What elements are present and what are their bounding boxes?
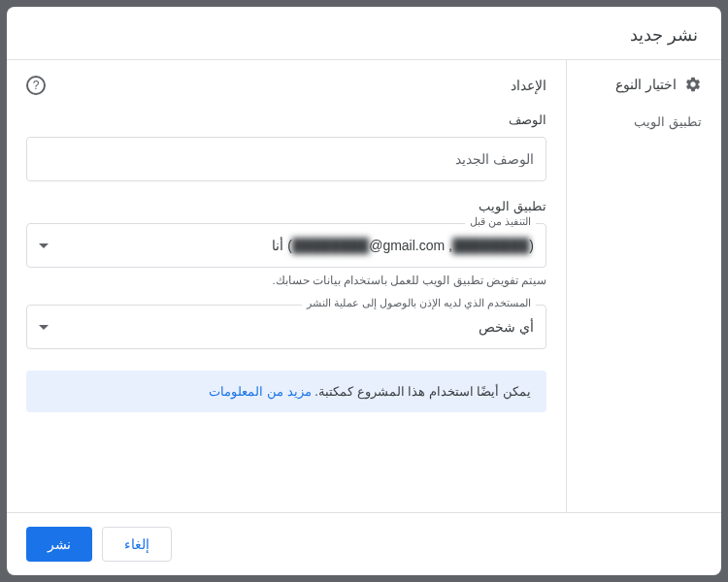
sidebar: اختيار النوع تطبيق الويب [566, 60, 721, 512]
access-section: المستخدم الذي لديه الإذن بالوصول إلى عمل… [26, 305, 546, 349]
chevron-down-icon [39, 243, 49, 248]
webapp-label: تطبيق الويب [26, 199, 546, 213]
webapp-section: تطبيق الويب التنفيذ من قبل أنا (████████… [26, 199, 546, 287]
dialog-footer: إلغاء نشر [7, 512, 721, 575]
cancel-button[interactable]: إلغاء [102, 527, 172, 562]
gear-icon [684, 76, 702, 93]
deploy-dialog: نشر جديد اختيار النوع تطبيق الويب الإعدا… [7, 7, 721, 575]
info-text: يمكن أيضًا استخدام هذا المشروع كمكتبة. [312, 384, 531, 399]
access-legend: المستخدم الذي لديه الإذن بالوصول إلى عمل… [302, 297, 536, 309]
access-value: أي شخص [479, 319, 534, 335]
help-icon[interactable]: ? [26, 76, 46, 95]
sidebar-item-webapp[interactable]: تطبيق الويب [567, 107, 721, 137]
description-section: الوصف [26, 113, 546, 181]
execute-as-field: التنفيذ من قبل أنا (████████@gmail.com ,… [26, 223, 546, 268]
access-select[interactable]: أي شخص [27, 306, 546, 348]
info-box: يمكن أيضًا استخدام هذا المشروع كمكتبة. م… [26, 371, 546, 412]
chevron-down-icon [39, 325, 49, 330]
main-title: الإعداد [511, 78, 546, 93]
dialog-body: اختيار النوع تطبيق الويب الإعداد ? الوصف… [7, 60, 721, 512]
main-panel: الإعداد ? الوصف تطبيق الويب التنفيذ من ق… [7, 60, 566, 512]
execute-as-select[interactable]: أنا (████████@gmail.com ,████████) [27, 224, 546, 267]
execute-as-value: أنا (████████@gmail.com ,████████) [272, 238, 534, 253]
deploy-button[interactable]: نشر [26, 527, 92, 562]
sidebar-header[interactable]: اختيار النوع [567, 76, 721, 107]
sidebar-item-label: تطبيق الويب [634, 114, 702, 129]
description-input[interactable] [26, 137, 546, 181]
sidebar-header-label: اختيار النوع [615, 77, 677, 92]
access-field: المستخدم الذي لديه الإذن بالوصول إلى عمل… [26, 305, 546, 349]
description-label: الوصف [26, 113, 546, 127]
main-header: الإعداد ? [26, 76, 546, 95]
execute-as-legend: التنفيذ من قبل [465, 215, 536, 228]
info-link[interactable]: مزيد من المعلومات [209, 384, 311, 399]
dialog-title: نشر جديد [7, 7, 721, 60]
execute-as-helper: سيتم تفويض تطبيق الويب للعمل باستخدام بي… [26, 274, 546, 287]
